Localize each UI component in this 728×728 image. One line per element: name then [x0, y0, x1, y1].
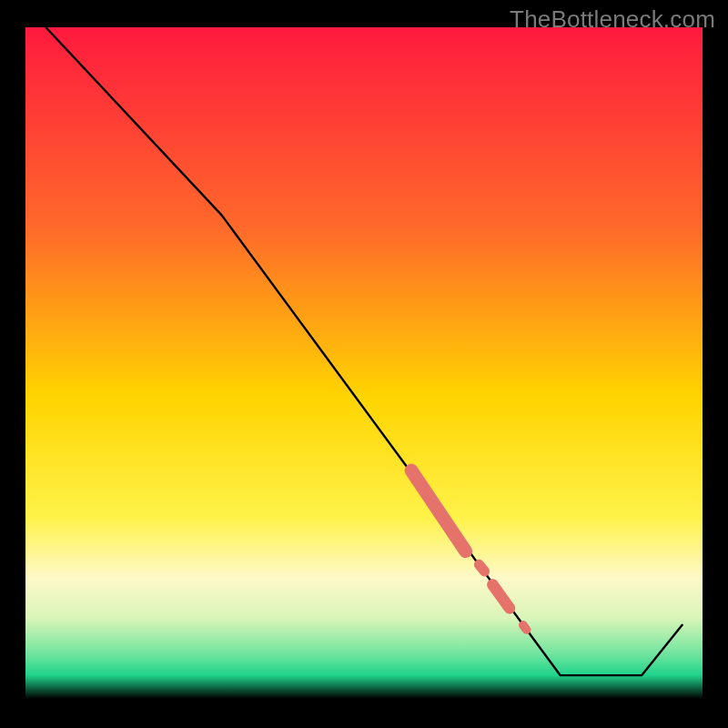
highlight-dot-2: [523, 625, 527, 630]
watermark-text: TheBottleneck.com: [510, 5, 715, 34]
chart-svg: [0, 0, 728, 728]
chart-stage: TheBottleneck.com: [0, 0, 728, 728]
highlight-dot-1: [479, 564, 484, 571]
gradient-panel: [25, 27, 703, 699]
